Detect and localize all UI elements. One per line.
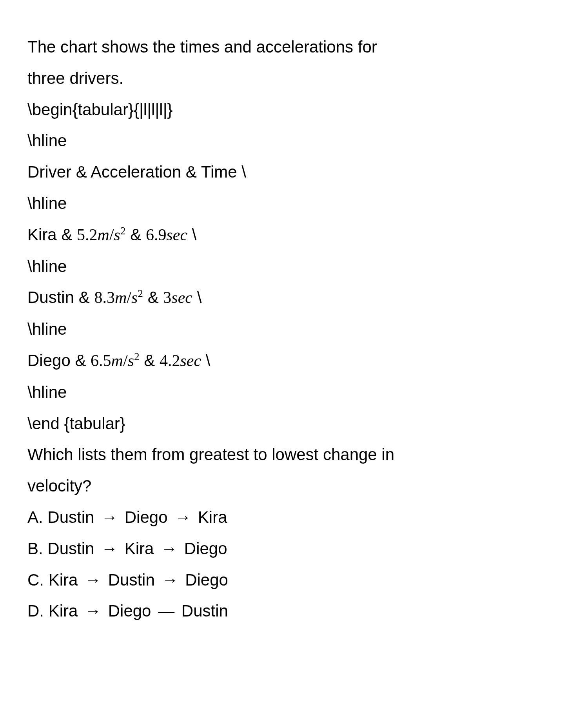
exponent-2: 2 — [138, 288, 143, 299]
unit-sec: sec — [171, 288, 192, 306]
exponent-2: 2 — [134, 351, 140, 363]
time-number: 3 — [163, 288, 171, 306]
ampersand: & — [186, 163, 197, 181]
exponent-2: 2 — [120, 225, 126, 237]
choice-a: A. Dustin → Diego → Kira — [27, 502, 498, 533]
latex-row-end: \ — [241, 163, 246, 181]
acceleration-value: 6.5m/s2 — [91, 351, 144, 370]
unit-s: s — [131, 288, 138, 306]
latex-row-end: \ — [197, 288, 202, 306]
choice-name-2: Diego — [108, 602, 151, 620]
time-value: 6.9sec — [146, 225, 192, 244]
ampersand: & — [61, 225, 72, 244]
acceleration-value: 8.3m/s2 — [94, 288, 147, 306]
choice-name-1: Dustin — [47, 508, 94, 526]
unit-m: m — [98, 226, 109, 244]
table-row: Kira & 5.2m/s2 & 6.9sec \ — [27, 219, 498, 251]
latex-end-tabular: \end {tabular} — [27, 408, 498, 439]
arrow-icon: → — [101, 533, 118, 564]
latex-hline: \hline — [27, 125, 498, 156]
question-body: The chart shows the times and accelerati… — [27, 31, 498, 627]
unit-m: m — [115, 288, 127, 306]
accel-number: 5.2 — [77, 226, 98, 244]
choice-label: D. — [27, 602, 44, 620]
ampersand: & — [76, 163, 87, 181]
dash-icon: — — [158, 595, 174, 627]
choice-name-2: Diego — [125, 508, 168, 526]
choice-name-1: Kira — [49, 571, 78, 589]
slash: / — [109, 226, 114, 244]
ampersand: & — [144, 351, 155, 370]
latex-hline: \hline — [27, 188, 498, 219]
unit-sec: sec — [166, 226, 187, 244]
latex-row-end: \ — [206, 351, 211, 370]
table-row: Dustin & 8.3m/s2 & 3sec \ — [27, 282, 498, 314]
ampersand: & — [79, 288, 90, 306]
choice-name-1: Dustin — [47, 539, 94, 558]
choice-b: B. Dustin → Kira → Diego — [27, 533, 498, 564]
ampersand: & — [130, 225, 141, 244]
ampersand: & — [75, 351, 86, 370]
table-row: Diego & 6.5m/s2 & 4.2sec \ — [27, 345, 498, 377]
arrow-icon: → — [174, 502, 191, 533]
unit-s: s — [128, 352, 134, 370]
slash: / — [127, 288, 131, 306]
driver-name: Dustin — [27, 288, 74, 306]
time-number: 4.2 — [160, 352, 180, 370]
choice-label: A. — [27, 508, 43, 526]
arrow-icon: → — [161, 533, 177, 564]
latex-row-end: \ — [192, 225, 197, 244]
unit-m: m — [111, 352, 123, 370]
driver-name: Diego — [27, 351, 71, 370]
choice-label: C. — [27, 571, 44, 589]
table-header-acceleration: Acceleration — [91, 163, 181, 181]
arrow-icon: → — [162, 564, 178, 596]
unit-s: s — [114, 226, 120, 244]
arrow-icon: → — [101, 502, 118, 533]
accel-number: 8.3 — [94, 288, 115, 306]
question-line-2: velocity? — [27, 470, 498, 502]
choice-label: B. — [27, 539, 43, 558]
choice-name-3: Dustin — [181, 602, 228, 620]
choice-name-3: Kira — [198, 508, 227, 526]
ampersand: & — [148, 288, 159, 306]
intro-line-1: The chart shows the times and accelerati… — [27, 31, 498, 63]
latex-hline: \hline — [27, 251, 498, 282]
choice-name-3: Diego — [185, 571, 228, 589]
unit-sec: sec — [180, 352, 201, 370]
arrow-icon: → — [85, 595, 101, 627]
acceleration-value: 5.2m/s2 — [77, 225, 130, 244]
table-header-driver: Driver — [27, 163, 71, 181]
accel-number: 6.5 — [91, 352, 111, 370]
choice-name-1: Kira — [49, 602, 78, 620]
table-header-time: Time — [201, 163, 237, 181]
intro-line-2: three drivers. — [27, 63, 498, 94]
latex-begin-tabular: \begin{tabular}{|l|l|l|} — [27, 94, 498, 125]
time-value: 4.2sec — [160, 351, 206, 370]
time-value: 3sec — [163, 288, 197, 306]
choice-d: D. Kira → Diego — Dustin — [27, 595, 498, 627]
latex-hline: \hline — [27, 377, 498, 408]
table-header-row: Driver & Acceleration & Time \ — [27, 156, 498, 188]
choice-name-2: Dustin — [108, 571, 155, 589]
choice-name-3: Diego — [184, 539, 227, 558]
driver-name: Kira — [27, 225, 57, 244]
choice-name-2: Kira — [125, 539, 154, 558]
arrow-icon: → — [85, 564, 101, 596]
question-line-1: Which lists them from greatest to lowest… — [27, 439, 498, 470]
choice-c: C. Kira → Dustin → Diego — [27, 564, 498, 596]
latex-hline: \hline — [27, 314, 498, 345]
slash: / — [123, 352, 128, 370]
time-number: 6.9 — [146, 226, 167, 244]
